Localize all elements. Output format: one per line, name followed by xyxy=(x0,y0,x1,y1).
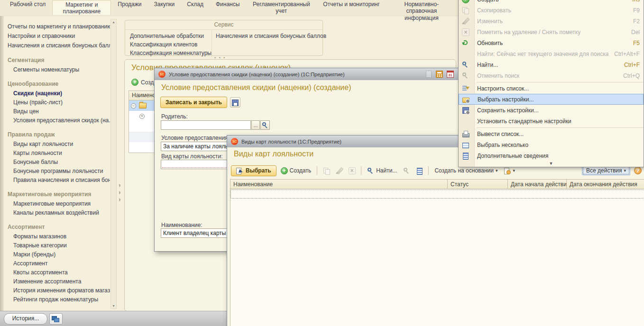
save-button[interactable] xyxy=(230,97,240,108)
sidebar-item[interactable]: История изменения форматов магаз... xyxy=(4,286,110,295)
sidebar-item[interactable]: Рейтинги продаж номенклатуры xyxy=(4,295,110,304)
parent-search-button[interactable] xyxy=(260,120,270,130)
sidebar-item[interactable]: Правила начисления и списания бон... xyxy=(4,175,110,184)
edit-button[interactable] xyxy=(334,165,344,176)
create-button[interactable]: Создать xyxy=(279,166,313,175)
sidebar-item[interactable]: Каналы рекламных воздействий xyxy=(4,208,110,217)
parent-choose-button[interactable]: ... xyxy=(251,120,260,130)
sidebar-item[interactable]: Изменение ассортимента xyxy=(4,277,110,286)
sidebar-item[interactable]: Форматы магазинов xyxy=(4,232,110,241)
top-tab[interactable]: Нормативно-справочная информация xyxy=(386,0,457,22)
parent-input[interactable] xyxy=(161,120,251,130)
create-based-on-button[interactable]: Создать на основании ▾ xyxy=(432,166,499,175)
sidebar-section: Сегментация Сегменты номенклатуры xyxy=(4,55,110,74)
sidebar-item[interactable]: Карты лояльности xyxy=(4,148,110,157)
menu-scroll-down-icon[interactable]: ▼ xyxy=(459,161,644,167)
top-tab[interactable]: Продажи xyxy=(112,0,147,8)
floppy-icon xyxy=(231,99,239,106)
menu-item-icon xyxy=(462,141,469,149)
all-actions-label: Все действия xyxy=(586,167,622,174)
sidebar-item[interactable]: Скидки (наценки) xyxy=(4,89,110,98)
context-menu-item[interactable]: Пометить на удаление / Снять пометку Del xyxy=(459,27,644,37)
top-tab[interactable]: Финансы xyxy=(210,0,245,8)
find-button-label: Найти... xyxy=(376,167,397,174)
tree-expand-icon[interactable]: + xyxy=(139,114,145,119)
list-table-body[interactable] xyxy=(230,189,644,326)
focused-empty-row[interactable] xyxy=(230,190,644,199)
sidebar-item[interactable]: Бонусные баллы xyxy=(4,157,110,166)
chevron-down-icon: ▾ xyxy=(624,168,626,173)
column-header[interactable]: Наименование xyxy=(230,179,448,189)
service-link[interactable]: Классификация номенклатуры xyxy=(130,49,212,57)
sidebar-item[interactable]: Марки (бренды) xyxy=(4,250,110,259)
service-link[interactable]: Начисления и списания бонусных баллов xyxy=(216,32,326,40)
sidebar-item[interactable]: Маркетинговые мероприятия xyxy=(4,199,110,208)
context-menu-item[interactable]: Выбрать настройки... xyxy=(459,94,644,105)
sidebar-item[interactable]: Виды карт лояльности xyxy=(4,139,110,148)
context-menu-item[interactable]: Сохранить настройки... xyxy=(459,105,644,116)
context-menu-item[interactable]: Выбрать несколько xyxy=(459,139,644,150)
sidebar-item[interactable]: Бонусные программы лояльности xyxy=(4,166,110,175)
save-and-close-button[interactable]: Записать и закрыть xyxy=(160,97,227,108)
context-menu-item[interactable]: Установить стандартные настройки xyxy=(459,116,644,127)
sidebar-item[interactable]: Товарные категории xyxy=(4,241,110,250)
context-menu-item[interactable]: Создать Ins xyxy=(459,0,644,5)
menu-item-icon xyxy=(462,85,469,92)
top-tab[interactable]: Отчеты и мониторинг xyxy=(317,0,386,8)
history-button[interactable]: История... xyxy=(4,313,47,325)
top-tab[interactable]: Регламентированный учет xyxy=(246,0,316,15)
context-menu-item[interactable]: Настроить список... xyxy=(459,83,644,94)
create-based-variants-button[interactable]: ▾ xyxy=(502,166,517,175)
delete-button[interactable] xyxy=(347,165,357,176)
context-menu-item[interactable]: Найти... Ctrl+F xyxy=(459,59,644,70)
context-menu-item[interactable]: Найти: Сейчас нет текущего значения для … xyxy=(459,48,644,59)
top-tab[interactable]: Маркетинг и планирование xyxy=(52,0,111,15)
document-icon[interactable] xyxy=(425,71,432,78)
menu-item-label: Найти... xyxy=(477,62,498,68)
cancel-search-button[interactable] xyxy=(401,165,412,176)
context-menu-item[interactable]: Обновить F5 xyxy=(459,37,644,48)
context-menu-item[interactable]: Вывести список... xyxy=(459,128,644,139)
column-header[interactable]: Дата окончания действия xyxy=(567,179,644,189)
scroll-down-icon[interactable]: ▼ xyxy=(111,304,116,308)
top-tab[interactable]: Склад xyxy=(181,0,209,8)
column-header[interactable]: Дата начала действия xyxy=(508,179,567,189)
sidebar-item[interactable]: Квоты ассортимента xyxy=(4,268,110,277)
select-button[interactable]: Выбрать xyxy=(231,165,276,176)
service-link[interactable]: Классификация клиентов xyxy=(130,40,212,49)
context-menu-item[interactable]: Отменить поиск Ctrl+Q xyxy=(459,70,644,81)
copy-button[interactable] xyxy=(321,165,331,176)
sidebar-scrollbar[interactable]: ▲ ▼ xyxy=(110,19,117,309)
calculator-icon[interactable] xyxy=(436,71,443,78)
additional-info-button[interactable] xyxy=(414,165,424,176)
sidebar-link[interactable]: Начисления и списания бонусных балл... xyxy=(4,41,110,50)
sidebar-item[interactable]: Виды цен xyxy=(4,107,110,116)
sidebar-item[interactable]: Сегменты номенклатуры xyxy=(4,65,110,74)
menu-item-shortcut: F5 xyxy=(628,40,640,46)
condition-field-label: Условие предоставления: xyxy=(161,135,230,141)
all-actions-button[interactable]: Все действия ▾ xyxy=(582,166,630,175)
tree-collapse-icon[interactable]: − xyxy=(131,103,136,109)
service-link[interactable]: Дополнительные обработки xyxy=(130,32,212,40)
menu-item-icon xyxy=(462,39,469,47)
sidebar-item[interactable]: Условия предоставления скидок (на... xyxy=(4,116,110,125)
column-header[interactable]: Статус xyxy=(448,179,508,189)
context-menu-item[interactable]: Дополнительные сведения xyxy=(459,150,644,161)
dialog-title-bar[interactable]: 1С Условие предоставления скидки (наценк… xyxy=(155,68,464,80)
calendar-icon[interactable] xyxy=(447,71,454,78)
find-button[interactable]: Найти... xyxy=(365,166,399,175)
scroll-up-icon[interactable]: ▲ xyxy=(111,20,116,24)
sidebar-link[interactable]: Отчеты по маркетингу и планированию xyxy=(4,22,110,31)
sidebar-section-title: Сегментация xyxy=(4,55,110,65)
menu-item-icon xyxy=(462,7,469,14)
top-tab[interactable]: Закупки xyxy=(148,0,180,8)
client-mode-button[interactable] xyxy=(49,313,63,325)
context-menu-item[interactable]: Изменить F2 xyxy=(459,16,644,27)
sidebar-item[interactable]: Ассортимент xyxy=(4,259,110,268)
sidebar-splitter[interactable] xyxy=(119,184,122,203)
menu-item-icon xyxy=(462,118,469,125)
sidebar-item[interactable]: Цены (прайс-лист) xyxy=(4,98,110,107)
context-menu-item[interactable]: Скопировать F9 xyxy=(459,5,644,16)
top-tab[interactable]: Рабочий стол xyxy=(4,0,51,8)
sidebar-link[interactable]: Настройки и справочники xyxy=(4,31,110,41)
